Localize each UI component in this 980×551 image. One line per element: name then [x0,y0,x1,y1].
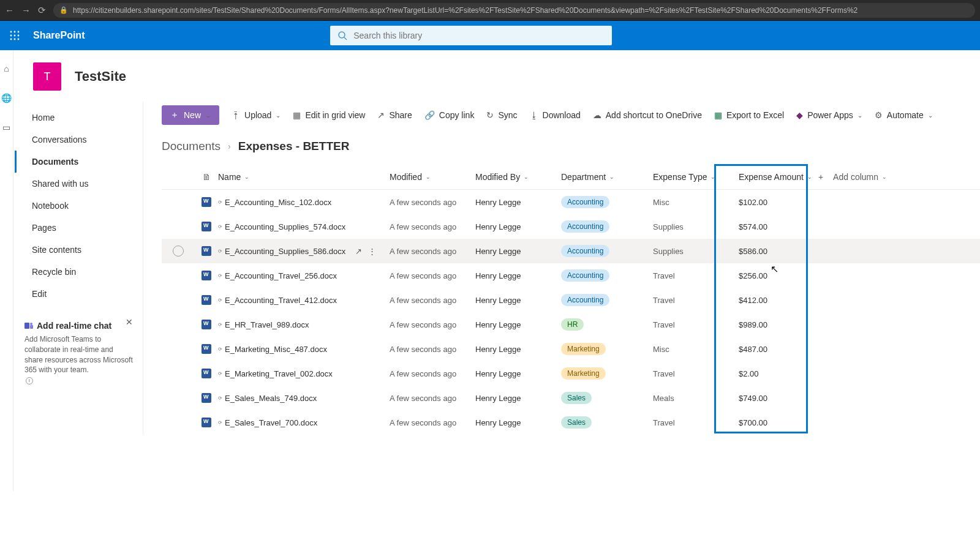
nav-item-edit[interactable]: Edit [15,283,143,305]
svg-point-0 [10,31,12,33]
table-row[interactable]: ⟳E_Accounting_Travel_412.docxA few secon… [162,288,980,312]
sync-badge-icon: ⟳ [218,395,222,401]
word-doc-icon [202,418,211,427]
nav-item-conversations[interactable]: Conversations [15,129,143,151]
download-button[interactable]: ⭳Download [530,110,581,120]
column-header-expense-type[interactable]: Expense Type⌄ [653,172,726,182]
add-shortcut-button[interactable]: ☁Add shortcut to OneDrive [593,110,702,120]
nav-item-shared-with-us[interactable]: Shared with us [15,173,143,195]
sync-badge-icon: ⟳ [218,298,222,303]
site-logo[interactable]: T [33,62,61,91]
nav-item-recycle-bin[interactable]: Recycle bin [15,261,143,283]
breadcrumb-root[interactable]: Documents [162,140,221,153]
nav-item-home[interactable]: Home [15,107,143,129]
cell-expense-amount: $989.00 [726,320,818,329]
powerapps-icon: ◆ [796,110,803,120]
table-row[interactable]: ⟳E_Accounting_Supplies_586.docx↗⋮A few s… [162,239,980,263]
table-row[interactable]: ⟳E_HR_Travel_989.docxA few seconds agoHe… [162,312,980,337]
reload-icon[interactable]: ⟳ [38,5,46,16]
cell-modified-by[interactable]: Henry Legge [475,247,561,256]
table-row[interactable]: ⟳E_Marketing_Travel_002.docxA few second… [162,361,980,386]
table-row[interactable]: ⟳E_Marketing_Misc_487.docxA few seconds … [162,337,980,361]
file-name[interactable]: E_Accounting_Misc_102.docx [225,198,331,207]
upload-button[interactable]: ⭱Upload⌄ [232,110,281,120]
search-input[interactable] [353,31,605,40]
close-icon[interactable]: ✕ [126,317,133,327]
nav-item-documents[interactable]: Documents [15,151,143,173]
share-button[interactable]: ↗Share [377,110,412,120]
cell-modified-by[interactable]: Henry Legge [475,198,561,207]
nav-item-pages[interactable]: Pages [15,217,143,239]
column-header-modified-by[interactable]: Modified By⌄ [475,172,561,182]
home-icon[interactable]: ⌂ [4,64,9,73]
files-icon[interactable]: ▭ [2,122,10,132]
edit-grid-button[interactable]: ▦Edit in grid view [293,110,365,120]
column-header-modified[interactable]: Modified⌄ [390,172,475,182]
suite-brand[interactable]: SharePoint [29,30,85,41]
file-name[interactable]: E_HR_Travel_989.docx [225,320,309,329]
sync-badge-icon: ⟳ [218,371,222,377]
cell-expense-type: Meals [653,394,726,403]
file-name[interactable]: E_Accounting_Travel_256.docx [225,271,337,280]
nav-item-notebook[interactable]: Notebook [15,195,143,217]
cell-modified-by[interactable]: Henry Legge [475,296,561,305]
file-name[interactable]: E_Sales_Travel_700.docx [225,418,317,427]
cell-modified-by[interactable]: Henry Legge [475,345,561,354]
file-name[interactable]: E_Marketing_Travel_002.docx [225,369,333,378]
department-pill: Accounting [561,245,609,257]
column-header-department[interactable]: Department⌄ [561,172,653,182]
cell-modified-by[interactable]: Henry Legge [475,320,561,329]
table-row[interactable]: ⟳E_Accounting_Travel_256.docxA few secon… [162,263,980,288]
teaching-title: Add real-time chat [24,321,133,331]
cell-modified-by[interactable]: Henry Legge [475,369,561,378]
column-header-expense-amount[interactable]: Expense Amount⌄ [726,172,818,182]
address-bar[interactable]: 🔒 https://citizenbuilders.sharepoint.com… [53,3,975,18]
table-row[interactable]: ⟳E_Accounting_Misc_102.docxA few seconds… [162,190,980,214]
column-header-name[interactable]: Name⌄ [218,172,390,182]
more-icon[interactable]: ⋮ [368,247,376,256]
cell-modified-by[interactable]: Henry Legge [475,271,561,280]
word-doc-icon [202,320,211,329]
sync-badge-icon: ⟳ [218,347,222,352]
file-name[interactable]: E_Accounting_Travel_412.docx [225,296,337,305]
site-header: T TestSite [0,50,980,102]
search-box[interactable] [330,26,612,45]
share-icon[interactable]: ↗ [355,247,362,256]
back-icon[interactable]: ← [5,5,14,15]
chevron-down-icon: ⌄ [276,112,281,119]
table-row[interactable]: ⟳E_Sales_Travel_700.docxA few seconds ag… [162,410,980,435]
export-excel-button[interactable]: ▦Export to Excel [714,110,784,120]
cell-modified: A few seconds ago [390,222,475,231]
sync-badge-icon: ⟳ [218,273,222,279]
app-launcher-icon[interactable] [0,31,29,40]
cell-expense-type: Travel [653,369,726,378]
add-column-button[interactable]: + Add column⌄ [818,172,898,182]
copy-link-button[interactable]: 🔗Copy link [424,110,475,120]
command-bar: ＋ New ⌄ ⭱Upload⌄ ▦Edit in grid view ↗Sha… [162,102,980,131]
file-type-icon[interactable]: 🗎 [202,172,211,182]
automate-button[interactable]: ⚙Automate⌄ [875,110,933,120]
file-name[interactable]: E_Marketing_Misc_487.docx [225,345,327,354]
forward-icon[interactable]: → [21,5,31,15]
teams-icon [24,321,33,330]
new-button[interactable]: ＋ New ⌄ [162,105,219,125]
cell-modified-by[interactable]: Henry Legge [475,418,561,427]
svg-point-3 [10,35,12,37]
site-title[interactable]: TestSite [75,69,126,84]
cell-modified-by[interactable]: Henry Legge [475,222,561,231]
table-row[interactable]: ⟳E_Sales_Meals_749.docxA few seconds ago… [162,386,980,410]
globe-icon[interactable]: 🌐 [1,93,12,103]
cell-expense-amount: $749.00 [726,394,818,403]
row-select-checkbox[interactable] [173,246,184,257]
svg-point-6 [10,39,12,40]
cell-modified-by[interactable]: Henry Legge [475,394,561,403]
nav-item-site-contents[interactable]: Site contents [15,239,143,261]
file-name[interactable]: E_Sales_Meals_749.docx [225,394,317,403]
word-doc-icon [202,197,211,207]
file-name[interactable]: E_Accounting_Supplies_586.docx [225,247,345,256]
file-name[interactable]: E_Accounting_Supplies_574.docx [225,222,345,231]
info-icon[interactable]: i [26,377,33,384]
power-apps-button[interactable]: ◆Power Apps⌄ [796,110,862,120]
table-row[interactable]: ⟳E_Accounting_Supplies_574.docxA few sec… [162,214,980,239]
sync-button[interactable]: ↻Sync [486,110,517,120]
